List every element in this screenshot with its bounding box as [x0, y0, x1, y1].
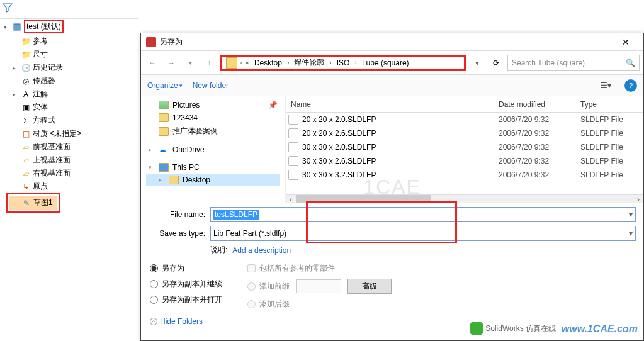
page-watermark: www.1CAE.com [562, 323, 638, 335]
chevron-right-icon: › [286, 59, 290, 66]
tree-item[interactable]: ↳原点 [9, 180, 138, 193]
tree-item[interactable]: 📁参考 [9, 35, 138, 48]
folder-icon [226, 57, 237, 69]
refresh-button[interactable]: ⟳ [489, 59, 504, 67]
nav-item[interactable]: 123434 [146, 111, 280, 124]
dialog-toolbar: Organize ▾ New folder ☰▾ ? [141, 75, 643, 96]
tree-root[interactable]: ▾ test (默认) [0, 19, 138, 35]
breadcrumb-bar[interactable]: › « Desktop › 焊件轮廓 › ISO › Tube (square) [220, 55, 466, 71]
tree-item[interactable]: ◫材质 <未指定> [9, 127, 138, 140]
file-name-label: File name: [149, 210, 205, 219]
collapse-icon[interactable]: ▾ [149, 164, 155, 170]
tree-item[interactable]: ▣实体 [9, 101, 138, 114]
filter-icon[interactable] [3, 3, 13, 13]
hide-folders-button[interactable]: ^ Hide Folders [150, 317, 203, 326]
prefix-input[interactable] [296, 279, 341, 293]
dropdown-icon[interactable]: ▾ [629, 210, 633, 219]
nav-item-desktop[interactable]: ▸Desktop [146, 174, 280, 186]
file-row[interactable]: 30 x 30 x 2.0.SLDLFP2006/7/20 9:32SLDLFP… [286, 140, 643, 154]
scroll-thumb[interactable] [296, 195, 431, 203]
advanced-button[interactable]: 高级 [347, 279, 392, 294]
help-button[interactable]: ? [624, 79, 637, 92]
add-description-link[interactable]: Add a description [232, 246, 291, 255]
tree-item[interactable]: ▱上视基准面 [9, 154, 138, 167]
expand-icon[interactable]: ▸ [159, 177, 165, 183]
tree-item[interactable]: ▸🕒历史记录 [9, 61, 138, 74]
file-row[interactable]: 30 x 30 x 3.2.SLDLFP2006/7/20 9:32SLDLFP… [286, 168, 643, 182]
tree-item[interactable]: ▱右视基准面 [9, 167, 138, 180]
dialog-nav-bar: ← → ▾ ↑ › « Desktop › 焊件轮廓 › ISO › Tube … [141, 51, 643, 75]
tree-item[interactable]: ▱前视基准面 [9, 140, 138, 154]
file-icon [288, 170, 298, 180]
column-type[interactable]: Type [580, 100, 643, 109]
root-label: test (默认) [26, 22, 61, 31]
file-name-input[interactable]: test.SLDLFP ▾ [210, 207, 636, 222]
nav-item[interactable]: ▾This PC [146, 161, 280, 174]
file-icon [288, 142, 298, 152]
file-row[interactable]: 20 x 20 x 2.0.SLDLFP2006/7/20 9:32SLDLFP… [286, 113, 643, 126]
path-dropdown[interactable]: ▾ [470, 59, 485, 67]
organize-button[interactable]: Organize ▾ [147, 81, 183, 90]
dialog-body: 1CAE Pictures📌 123434 推广体验案例 ▸☁OneDrive … [141, 96, 643, 203]
nav-item[interactable]: ▸☁OneDrive [146, 143, 280, 156]
folder-icon: 📁 [21, 50, 30, 59]
breadcrumb-item[interactable]: ISO [334, 57, 353, 69]
folder-icon [159, 113, 169, 122]
radio-add-prefix[interactable]: 添加前缀 [247, 281, 290, 292]
sketch-icon: ✎ [22, 199, 31, 208]
pc-icon [159, 163, 169, 172]
radio-add-suffix[interactable]: 添加后缀 [247, 299, 392, 310]
expand-icon[interactable]: ▸ [13, 91, 19, 98]
nav-pane[interactable]: Pictures📌 123434 推广体验案例 ▸☁OneDrive ▾This… [141, 96, 286, 203]
plane-icon: ▱ [21, 156, 30, 165]
svg-rect-0 [14, 24, 20, 30]
save-type-label: Save as type: [149, 229, 205, 238]
folder-icon [169, 176, 179, 184]
view-options-button[interactable]: ☰▾ [597, 78, 614, 93]
save-type-select[interactable]: Lib Feat Part (*.sldlfp) ▾ [210, 226, 636, 241]
radio-save-copy-open[interactable]: 另存为副本并打开 [150, 294, 222, 305]
radio-save-copy-continue[interactable]: 另存为副本并继续 [150, 279, 222, 289]
collapse-icon[interactable]: ▾ [4, 24, 10, 30]
tree-item-sketch[interactable]: ✎草图1 [9, 196, 57, 210]
pictures-icon [159, 101, 169, 109]
plane-icon: ▱ [21, 143, 30, 152]
scrollbar[interactable]: ‹ › [286, 194, 643, 203]
tree-item[interactable]: ▸A注解 [9, 87, 138, 101]
nav-item[interactable]: Pictures📌 [146, 99, 280, 111]
column-name[interactable]: Name [286, 100, 499, 109]
forward-button[interactable]: → [164, 55, 179, 70]
checkbox-include-refs[interactable]: 包括所有参考的零部件 [247, 263, 392, 274]
tree-item[interactable]: ◎传感器 [9, 74, 138, 87]
annotation-icon: A [21, 90, 30, 99]
expand-icon[interactable]: ▸ [149, 147, 155, 153]
page-watermark-2: SolidWorks 仿真在线 [470, 322, 556, 335]
file-list[interactable]: 20 x 20 x 2.0.SLDLFP2006/7/20 9:32SLDLFP… [286, 113, 643, 194]
new-folder-button[interactable]: New folder [193, 81, 229, 90]
scroll-right[interactable]: › [633, 195, 643, 203]
breadcrumb-item[interactable]: 焊件轮廓 [291, 56, 327, 69]
file-row[interactable]: 20 x 20 x 2.6.SLDLFP2006/7/20 9:32SLDLFP… [286, 126, 643, 140]
breadcrumb-item[interactable]: Desktop [252, 57, 285, 69]
dialog-form: File name: test.SLDLFP ▾ Save as type: L… [141, 203, 643, 259]
back-button[interactable]: ← [145, 55, 160, 70]
scroll-left[interactable]: ‹ [286, 195, 296, 203]
app-icon [146, 37, 156, 47]
solid-icon: ▣ [21, 103, 30, 112]
file-row[interactable]: 30 x 30 x 2.6.SLDLFP2006/7/20 9:32SLDLFP… [286, 154, 643, 168]
dropdown-icon[interactable]: ▾ [629, 229, 633, 238]
search-input[interactable]: Search Tube (square) 🔍 [507, 55, 640, 71]
radio-save-as[interactable]: 另存为 [150, 263, 222, 274]
tree-item[interactable]: 📁尺寸 [9, 48, 138, 61]
breadcrumb-item[interactable]: Tube (square) [359, 57, 412, 69]
plane-icon: ▱ [21, 169, 30, 178]
up-button[interactable]: ↑ [201, 55, 217, 70]
file-icon [288, 115, 298, 125]
tree-header [0, 0, 138, 19]
nav-item[interactable]: 推广体验案例 [146, 124, 280, 138]
close-button[interactable]: ✕ [613, 37, 638, 47]
tree-item[interactable]: Σ方程式 [9, 114, 138, 127]
recent-button[interactable]: ▾ [183, 55, 198, 70]
expand-icon[interactable]: ▸ [13, 65, 19, 71]
column-date[interactable]: Date modified [499, 100, 580, 109]
